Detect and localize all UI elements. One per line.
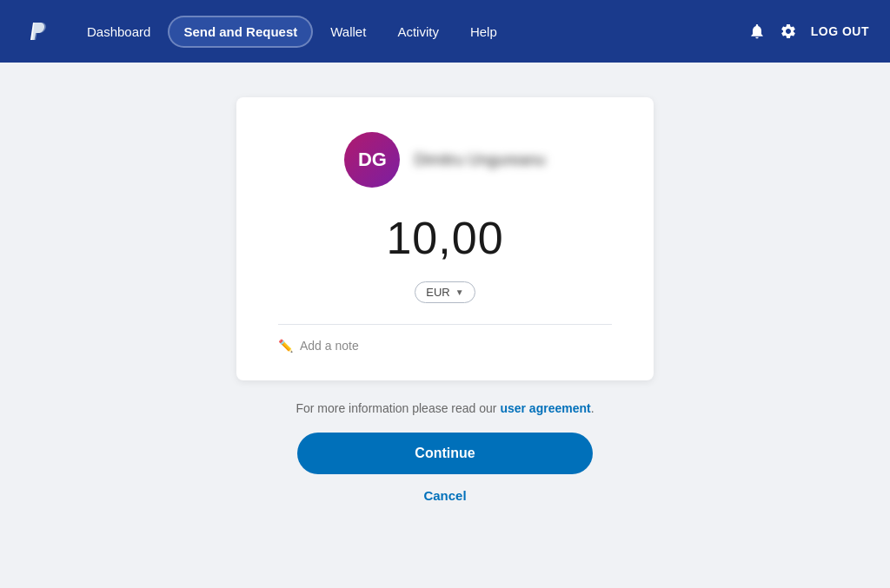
settings-gear-icon[interactable]: [780, 23, 797, 40]
navbar-right: LOG OUT: [748, 23, 869, 40]
notification-bell-icon[interactable]: [748, 23, 766, 40]
info-text-before: For more information please read our: [296, 401, 500, 415]
nav-item-help[interactable]: Help: [456, 17, 511, 46]
main-content: DG Dimitru Ungureanu 10,00 EUR ▼ ✏️ Add …: [0, 63, 890, 538]
buttons-section: Continue Cancel: [297, 433, 593, 503]
divider: [278, 324, 612, 325]
avatar: DG: [344, 132, 400, 188]
cancel-button[interactable]: Cancel: [423, 488, 466, 503]
recipient-section: DG Dimitru Ungureanu: [278, 132, 612, 188]
info-text: For more information please read our use…: [296, 401, 594, 415]
nav-item-activity[interactable]: Activity: [383, 17, 453, 46]
user-agreement-link[interactable]: user agreement: [500, 401, 590, 415]
recipient-name: Dimitru Ungureanu: [414, 151, 545, 169]
logout-button[interactable]: LOG OUT: [811, 24, 869, 38]
navbar: Dashboard Send and Request Wallet Activi…: [0, 0, 890, 63]
payment-card: DG Dimitru Ungureanu 10,00 EUR ▼ ✏️ Add …: [236, 97, 654, 380]
nav-item-send-request[interactable]: Send and Request: [168, 16, 313, 48]
paypal-logo[interactable]: [21, 14, 56, 49]
amount-value: 10,00: [278, 212, 612, 264]
currency-selector[interactable]: EUR ▼: [415, 281, 475, 303]
chevron-down-icon: ▼: [455, 287, 464, 297]
nav-item-wallet[interactable]: Wallet: [316, 17, 380, 46]
amount-section: 10,00 EUR ▼: [278, 212, 612, 303]
nav-item-dashboard[interactable]: Dashboard: [73, 17, 164, 46]
pencil-icon: ✏️: [278, 339, 293, 353]
add-note-row[interactable]: ✏️ Add a note: [278, 339, 612, 353]
info-text-after: .: [591, 401, 594, 415]
currency-label: EUR: [426, 286, 449, 299]
add-note-label: Add a note: [300, 339, 359, 353]
continue-button[interactable]: Continue: [297, 433, 593, 474]
nav-menu: Dashboard Send and Request Wallet Activi…: [73, 16, 748, 48]
